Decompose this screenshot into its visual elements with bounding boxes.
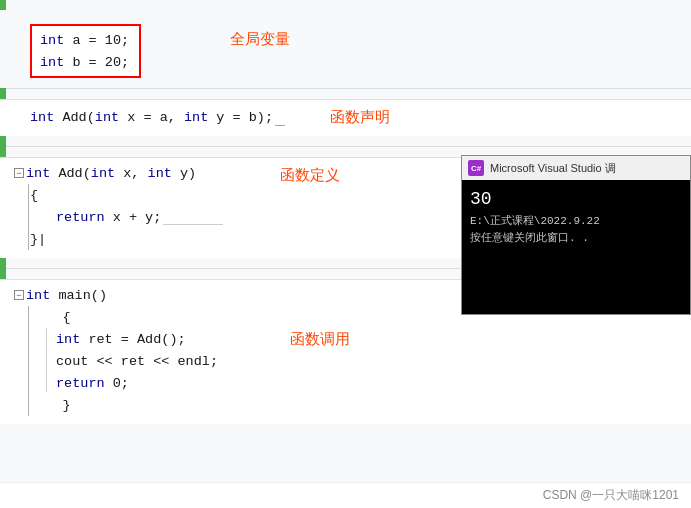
terminal-line-3: E:\正式课程\2022.9.22 xyxy=(470,213,682,230)
main-open-brace: { xyxy=(30,310,71,325)
keyword-int-2: int xyxy=(40,55,64,70)
kw-int-main: int xyxy=(26,288,50,303)
label-func-call: 函数调用 xyxy=(290,330,350,349)
app-container: int a = 10; int b = 20; 全局变量 int Add(int… xyxy=(0,0,691,508)
kw-int-y: int xyxy=(184,110,208,125)
def-close-brace: }| xyxy=(30,232,46,247)
terminal-line-1: 30 xyxy=(470,186,682,213)
main-header: main() xyxy=(50,288,107,303)
def-return-expr: x + y; xyxy=(105,210,162,225)
kw-int-decl: int xyxy=(30,110,54,125)
decl-x: x = a, xyxy=(119,110,184,125)
main-cout: cout << ret << endl; xyxy=(56,354,218,369)
code-line-global-1: int a = 10; xyxy=(40,29,129,51)
kw-int-def-y: int xyxy=(148,166,172,181)
keyword-int: int xyxy=(40,33,64,48)
section-func-decl: int Add(int x = a, int y = b); 函数声明 xyxy=(0,99,691,136)
kw-int-ret: int xyxy=(56,332,80,347)
collapse-icon-main[interactable]: − xyxy=(14,290,24,300)
vs-icon: C# xyxy=(468,160,484,176)
section-global-vars: int a = 10; int b = 20; 全局变量 xyxy=(0,10,691,88)
def-header: Add( xyxy=(50,166,91,181)
main-ret: ret = Add(); xyxy=(80,332,185,347)
terminal-line-4: 按任意键关闭此窗口. . xyxy=(470,230,682,247)
def-open-brace: { xyxy=(30,188,38,203)
def-return-underline xyxy=(163,209,223,225)
main-close-brace: } xyxy=(30,398,71,413)
decl-text: Add( xyxy=(54,110,95,125)
kw-return-def: return xyxy=(56,210,105,225)
def-x: x, xyxy=(115,166,147,181)
def-y: y) xyxy=(172,166,196,181)
label-func-def: 函数定义 xyxy=(280,166,340,185)
blank1 xyxy=(0,89,691,99)
blank2 xyxy=(0,136,691,146)
kw-int-x: int xyxy=(95,110,119,125)
kw-return-main: return xyxy=(56,376,105,391)
label-func-decl: 函数声明 xyxy=(330,108,390,127)
code-line-main-cout: cout << ret << endl; xyxy=(0,350,691,372)
collapse-icon-def[interactable]: − xyxy=(14,168,24,178)
terminal-body: 30 E:\正式课程\2022.9.22 按任意键关闭此窗口. . xyxy=(462,180,690,314)
decl-y: y = b); xyxy=(208,110,273,125)
footer: CSDN @一只大喵咪1201 xyxy=(0,482,691,508)
kw-int-def: int xyxy=(26,166,50,181)
terminal-titlebar: C# Microsoft Visual Studio 调 xyxy=(462,156,690,180)
global-vars-box: int a = 10; int b = 20; xyxy=(30,24,141,78)
label-global-vars: 全局变量 xyxy=(230,30,290,49)
code-line-main-close: } xyxy=(0,394,691,416)
footer-text: CSDN @一只大喵咪1201 xyxy=(543,488,679,502)
main-return-val: 0; xyxy=(105,376,129,391)
terminal-popup[interactable]: C# Microsoft Visual Studio 调 30 E:\正式课程\… xyxy=(461,155,691,315)
decl-underline xyxy=(275,108,285,126)
main-inner-bar xyxy=(46,328,47,392)
code-text-2: b = 20; xyxy=(64,55,129,70)
kw-int-def-x: int xyxy=(91,166,115,181)
code-line-global-2: int b = 20; xyxy=(40,51,129,73)
code-line-main-return: return 0; xyxy=(0,372,691,394)
main-bracket-bar xyxy=(28,306,29,416)
def-bracket-bar xyxy=(28,184,29,250)
code-editor: int a = 10; int b = 20; 全局变量 int Add(int… xyxy=(0,0,691,482)
terminal-title: Microsoft Visual Studio 调 xyxy=(490,161,616,176)
vs-icon-text: C# xyxy=(471,164,481,173)
code-text: a = 10; xyxy=(64,33,129,48)
